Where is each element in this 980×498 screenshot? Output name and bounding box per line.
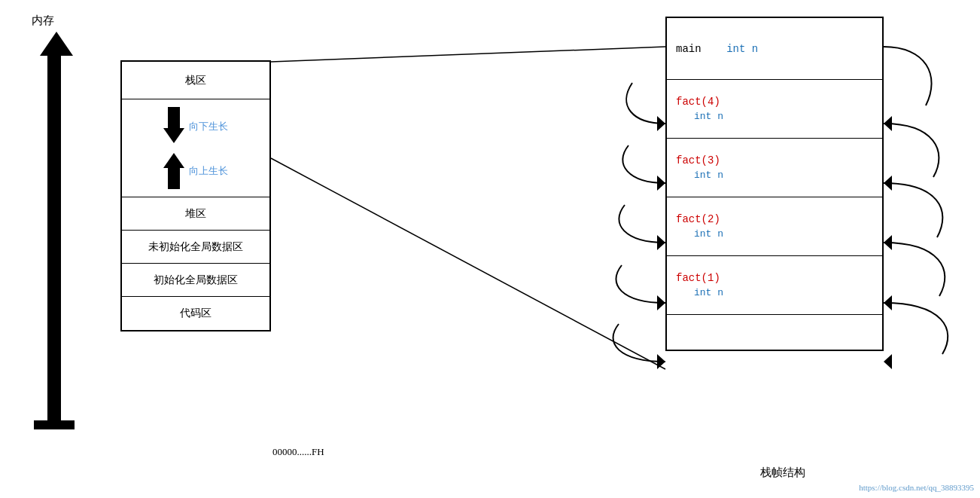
init-global-row: 初始化全局数据区 — [122, 264, 269, 297]
svg-line-1 — [271, 158, 665, 369]
svg-marker-9 — [657, 235, 665, 250]
main-keyword: main — [676, 43, 702, 55]
fact4-var: int n — [676, 111, 723, 122]
svg-marker-3 — [884, 176, 892, 191]
stack-frame-main: main int n — [667, 18, 882, 80]
fact3-label: fact(3) — [676, 154, 720, 167]
fact1-label: fact(1) — [676, 272, 720, 284]
fact3-name: fact(3) — [676, 154, 720, 167]
memory-layout-box: 栈区 向下生长 向上生长 堆区 — [120, 60, 271, 331]
memory-label: 内存 — [32, 14, 54, 28]
stack-region-label: 栈区 — [185, 74, 206, 87]
fact2-var: int n — [676, 228, 723, 240]
heap-region-row: 堆区 — [122, 197, 269, 231]
init-global-label: 初始化全局数据区 — [154, 273, 238, 287]
up-arrow — [163, 153, 184, 189]
svg-marker-10 — [657, 295, 665, 310]
uninit-global-label: 未初始化全局数据区 — [148, 240, 243, 254]
stack-frame-fact2: fact(2) int n — [667, 197, 882, 256]
diagram-container: 内存 栈区 向下生长 向上生长 — [0, 0, 980, 498]
fact4-name: fact(4) — [676, 96, 720, 108]
fact2-name: fact(2) — [676, 213, 720, 225]
up-arrow-shaft — [168, 168, 180, 189]
heap-region-label: 堆区 — [185, 207, 206, 221]
uninit-global-row: 未初始化全局数据区 — [122, 231, 269, 264]
down-growth-row: 向下生长 — [122, 107, 269, 146]
fact4-label: fact(4) — [676, 96, 720, 108]
stack-frame-empty — [667, 315, 882, 350]
memory-arrow-shaft — [47, 56, 61, 425]
stack-frames-label: 栈帧结构 — [760, 466, 805, 480]
stack-frame-fact3: fact(3) int n — [667, 139, 882, 197]
up-growth-label: 向上生长 — [189, 164, 228, 178]
stack-region-row: 栈区 — [122, 62, 269, 99]
stack-frames-box: main int n fact(4) int n fact(3) int n f… — [665, 17, 884, 351]
svg-marker-6 — [884, 354, 892, 369]
fact2-label: fact(2) — [676, 213, 720, 225]
watermark: https://blog.csdn.net/qq_38893395 — [859, 483, 974, 492]
main-func-label: main int n — [676, 43, 758, 55]
fact1-var: int n — [676, 287, 723, 298]
down-growth-label: 向下生长 — [189, 120, 228, 133]
down-arrow — [163, 107, 184, 143]
main-var-inline: int n — [726, 43, 758, 55]
fact3-var: int n — [676, 170, 723, 181]
up-arrow-head — [163, 153, 184, 168]
svg-marker-4 — [884, 235, 892, 250]
fact1-name: fact(1) — [676, 272, 720, 284]
stack-frame-fact1: fact(1) int n — [667, 256, 882, 315]
up-growth-row: 向上生长 — [122, 153, 269, 189]
svg-marker-7 — [657, 116, 665, 131]
svg-marker-11 — [657, 354, 665, 369]
svg-line-0 — [271, 47, 665, 62]
code-region-row: 代码区 — [122, 297, 269, 330]
code-region-label: 代码区 — [180, 307, 212, 320]
svg-marker-5 — [884, 295, 892, 310]
down-arrow-shaft — [168, 107, 180, 128]
growth-arrows-row: 向下生长 向上生长 — [122, 99, 269, 197]
svg-marker-8 — [657, 176, 665, 191]
down-arrow-head — [163, 128, 184, 143]
memory-arrow-base — [34, 420, 75, 429]
memory-arrow-head — [40, 32, 73, 56]
svg-marker-2 — [884, 116, 892, 131]
address-label: 00000......FH — [272, 446, 324, 458]
stack-frame-fact4: fact(4) int n — [667, 80, 882, 139]
